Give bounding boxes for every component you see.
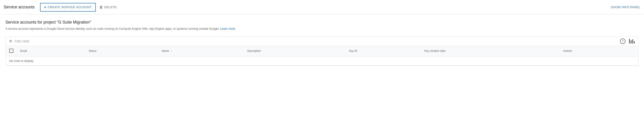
section-description: A service account represents a Google Cl… <box>6 27 638 31</box>
sort-arrow-icon: ↑ <box>170 49 172 53</box>
page-title: Service accounts <box>4 5 34 10</box>
col-header-key-id: Key ID <box>346 46 421 56</box>
delete-button[interactable]: DELETE <box>96 4 120 11</box>
create-service-account-button[interactable]: CREATE SERVICE ACCOUNT <box>40 3 96 12</box>
main-content: Service accounts for project "G Suite Mi… <box>0 15 644 66</box>
trash-icon <box>99 5 103 9</box>
plus-icon <box>44 5 46 9</box>
col-header-description: Description <box>244 46 346 56</box>
show-info-panel-button[interactable]: SHOW INFO PANEL <box>611 6 640 9</box>
table-container: Email Status Name ↑ Description Key ID <box>6 46 638 66</box>
table-header-row: Email Status Name ↑ Description Key ID <box>6 46 638 56</box>
select-all-checkbox[interactable] <box>9 49 13 53</box>
table-empty-row: No rows to display <box>6 56 638 65</box>
col-header-name[interactable]: Name ↑ <box>158 46 244 56</box>
no-rows-message: No rows to display <box>6 56 638 65</box>
col-header-status: Status <box>85 46 158 56</box>
toolbar: Service accounts CREATE SERVICE ACCOUNT … <box>0 0 644 15</box>
select-all-header[interactable] <box>6 46 16 56</box>
columns-icon <box>629 39 635 44</box>
service-accounts-table: Email Status Name ↑ Description Key ID <box>6 46 638 65</box>
filter-input[interactable] <box>15 39 620 43</box>
filter-actions: ? <box>620 39 635 44</box>
learn-more-link[interactable]: Learn more <box>220 27 235 30</box>
filter-icon[interactable] <box>9 39 12 44</box>
filter-bar: ? <box>6 37 638 46</box>
section-title: Service accounts for project "G Suite Mi… <box>6 20 638 25</box>
col-header-key-creation-date: Key creation date <box>421 46 559 56</box>
col-header-actions: Actions <box>559 46 638 56</box>
column-selector-button[interactable] <box>629 39 635 44</box>
col-header-email: Email <box>16 46 85 56</box>
help-icon[interactable]: ? <box>620 39 626 44</box>
